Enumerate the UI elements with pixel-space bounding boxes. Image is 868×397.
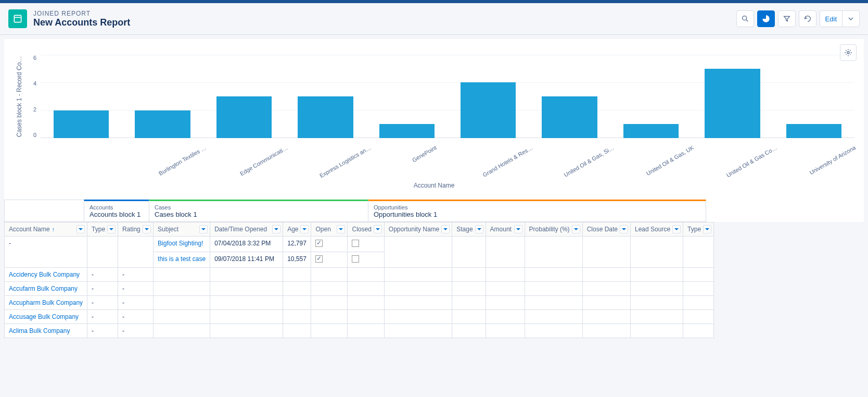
table-row: -Bigfoot Sighting!07/04/2018 3:32 PM12,7… (5, 237, 714, 252)
cell-empty (486, 324, 525, 338)
cell-empty (683, 324, 714, 338)
chart-bar[interactable] (135, 110, 190, 138)
toggle-chart-button[interactable] (757, 10, 775, 27)
col-lead-source[interactable]: Lead Source (631, 222, 683, 237)
cell-empty (154, 282, 210, 296)
cell-empty (384, 324, 452, 338)
cell-empty (582, 296, 630, 310)
col-amount[interactable]: Amount (486, 222, 525, 237)
search-button[interactable] (736, 10, 754, 27)
chart-bar[interactable] (786, 124, 841, 138)
col-date-opened[interactable]: Date/Time Opened (210, 222, 283, 237)
edit-button[interactable]: Edit (820, 10, 843, 27)
cell-empty (525, 282, 582, 296)
cell-empty (311, 282, 348, 296)
cell-empty (311, 324, 348, 338)
col-type[interactable]: Type (87, 222, 118, 237)
col-rating[interactable]: Rating (118, 222, 154, 237)
cell-subject[interactable]: Bigfoot Sighting! (154, 237, 210, 252)
col-menu-closed[interactable] (374, 225, 382, 233)
cell-empty (210, 324, 283, 338)
col-menu-rating[interactable] (143, 225, 151, 233)
col-menu-type2[interactable] (703, 225, 711, 233)
col-age[interactable]: Age (283, 222, 311, 237)
cell-empty (210, 310, 283, 324)
filter-button[interactable] (778, 10, 796, 27)
col-menu-stage[interactable] (475, 225, 483, 233)
cell-empty (631, 282, 683, 296)
block-type-opps: Opportunities (374, 204, 700, 210)
cell-empty (384, 268, 452, 282)
col-menu-subject[interactable] (199, 225, 208, 233)
chart-bar[interactable] (461, 82, 516, 138)
cell-empty (384, 282, 452, 296)
x-tick-label: Burlington Textiles … (158, 144, 207, 177)
col-open[interactable]: Open (311, 222, 348, 237)
x-tick-label (96, 144, 99, 150)
col-menu-close[interactable] (620, 225, 628, 233)
col-stage[interactable]: Stage (452, 222, 486, 237)
cell-empty (283, 310, 311, 324)
chart-bar[interactable] (623, 124, 679, 138)
chart-bar[interactable] (54, 110, 109, 138)
cell-empty (348, 310, 384, 324)
chart-bar[interactable] (542, 96, 597, 138)
svg-point-2 (742, 16, 746, 20)
block-name-opps: Opportunities block 1 (374, 210, 700, 218)
x-tick-label: United Oil & Gas Co… (725, 144, 777, 178)
y-tick: 6 (23, 55, 36, 61)
col-close-date[interactable]: Close Date (582, 222, 630, 237)
col-menu-amount[interactable] (514, 225, 522, 233)
cell-closed (348, 237, 384, 252)
col-closed[interactable]: Closed (348, 222, 384, 237)
chart-bar[interactable] (298, 96, 353, 138)
cell-account-name[interactable]: Accupharm Bulk Company (5, 296, 87, 310)
cell-account-name[interactable]: Accidency Bulk Company (5, 268, 87, 282)
cell-account-name[interactable]: Aclima Bulk Company (5, 324, 87, 338)
cell-empty (311, 310, 348, 324)
cell-empty (283, 324, 311, 338)
cell-closed (348, 252, 384, 268)
x-tick-label: Express Logistics an… (318, 144, 372, 179)
pie-chart-icon (762, 15, 770, 23)
cell-type: - (87, 324, 118, 338)
chart-bar[interactable] (216, 96, 272, 138)
col-menu-opp[interactable] (441, 225, 450, 233)
col-type2[interactable]: Type (683, 222, 714, 237)
edit-label: Edit (825, 15, 837, 23)
col-opportunity-name[interactable]: Opportunity Name (384, 222, 452, 237)
col-menu-age[interactable] (300, 225, 309, 233)
y-tick: 2 (23, 106, 36, 113)
col-menu-date[interactable] (272, 225, 280, 233)
edit-menu-button[interactable] (842, 10, 860, 27)
x-tick-label: Grand Hotels & Res… (481, 144, 533, 178)
cell-subject[interactable]: this is a test case (154, 252, 210, 268)
cell-empty (452, 296, 486, 310)
cell-empty (210, 268, 283, 282)
refresh-button[interactable] (799, 10, 816, 27)
cell-empty (452, 237, 486, 268)
col-subject[interactable]: Subject (154, 222, 210, 237)
cell-empty (683, 237, 714, 268)
cell-empty (631, 324, 683, 338)
table-row: Aclima Bulk Company-- (5, 324, 714, 338)
col-menu-open[interactable] (337, 225, 345, 233)
block-headers: Accounts Accounts block 1 Cases Cases bl… (4, 200, 864, 222)
cell-empty (486, 268, 525, 282)
col-menu-prob[interactable] (572, 225, 580, 233)
cell-account-name[interactable]: Accufarm Bulk Company (5, 282, 87, 296)
col-menu-lead[interactable] (672, 225, 681, 233)
report-table: Account Name↑ Type Rating Subject Date/T… (4, 222, 714, 338)
table-row: Accidency Bulk Company-- (5, 268, 714, 282)
col-account-name[interactable]: Account Name↑ (5, 222, 87, 237)
cell-account-name[interactable]: Accusage Bulk Company (5, 310, 87, 324)
chart-bar[interactable] (705, 69, 760, 138)
cell-empty (452, 268, 486, 282)
col-menu-account[interactable] (76, 225, 85, 233)
cell-empty (631, 310, 683, 324)
col-menu-type[interactable] (107, 225, 116, 233)
col-probability[interactable]: Probability (%) (525, 222, 582, 237)
cell-empty (582, 310, 630, 324)
cell-age: 10,557 (283, 252, 311, 268)
chart-bar[interactable] (379, 124, 435, 138)
